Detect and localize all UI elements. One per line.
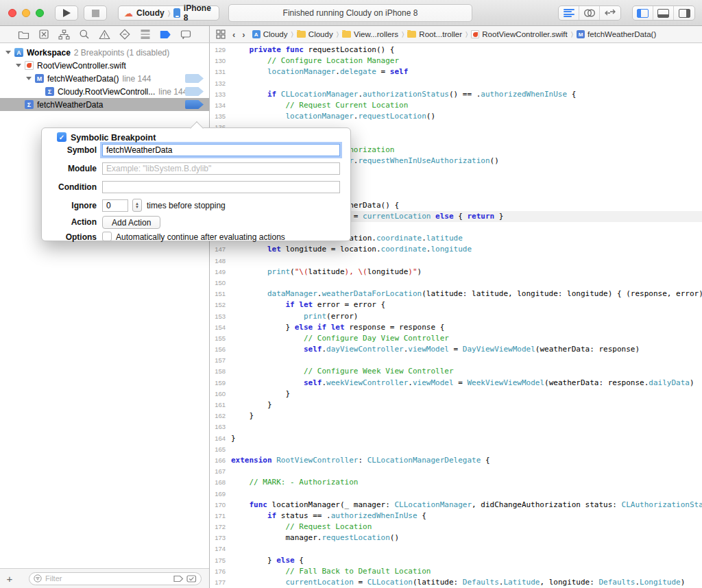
line-number[interactable]: 154 — [210, 322, 231, 333]
code-line-149[interactable]: 149 print("\(latitude), \(longitude)") — [210, 267, 702, 278]
line-number[interactable]: 160 — [210, 389, 231, 400]
line-number[interactable]: 132 — [210, 78, 231, 89]
module-input[interactable] — [102, 162, 340, 175]
breadcrumb-item[interactable]: Root...troller — [407, 30, 462, 38]
code-line-166[interactable]: 166extension RootViewController: CLLocat… — [210, 455, 702, 466]
close-window-button[interactable] — [8, 9, 16, 17]
line-number[interactable]: 169 — [210, 489, 231, 500]
code-line-129[interactable]: 129 private func requestLocation() { — [210, 45, 702, 56]
line-number[interactable]: 156 — [210, 344, 231, 355]
breakpoint-toggle-disabled[interactable] — [185, 74, 204, 83]
line-number[interactable]: 164 — [210, 433, 231, 444]
disclosure-triangle[interactable] — [16, 64, 21, 67]
filter-input[interactable] — [45, 574, 170, 583]
ignore-count-input[interactable] — [102, 199, 128, 212]
breakpoint-row[interactable]: AWorkspace2 Breakpoints (1 disabled) — [0, 46, 209, 59]
stop-button[interactable] — [84, 5, 107, 21]
breadcrumb-item[interactable]: RootViewController.swift — [471, 30, 567, 38]
zoom-window-button[interactable] — [36, 9, 44, 17]
code-line-152[interactable]: 152 if let error = error { — [210, 299, 702, 310]
code-line-131[interactable]: 131 locationManager.delegate = self — [210, 66, 702, 77]
navtab-report-navigator[interactable] — [179, 27, 193, 41]
code-line-132[interactable]: 132 — [210, 78, 702, 89]
code-line-135[interactable]: 135 locationManager.requestLocation() — [210, 111, 702, 122]
go-back-button[interactable]: ‹ — [232, 29, 235, 40]
line-number[interactable]: 176 — [210, 566, 231, 577]
navtab-debug-navigator[interactable] — [138, 27, 152, 41]
minimize-window-button[interactable] — [22, 9, 30, 17]
line-number[interactable]: 172 — [210, 522, 231, 532]
breakpoint-row[interactable]: ΣCloudy.RootViewControll...line 144 — [0, 85, 209, 98]
related-items-icon[interactable] — [216, 29, 226, 39]
line-number[interactable]: 163 — [210, 421, 231, 432]
breakpoint-toggle-disabled[interactable] — [185, 87, 204, 96]
code-line-134[interactable]: 134 // Request Current Location — [210, 100, 702, 111]
code-line-177[interactable]: 177 currentLocation = CLLocation(latitud… — [210, 577, 702, 588]
standard-editor-button[interactable] — [559, 6, 579, 20]
symbol-input[interactable] — [102, 144, 340, 156]
code-line-153[interactable]: 153 print(error) — [210, 311, 702, 322]
code-line-173[interactable]: 173 manager.requestLocation() — [210, 532, 702, 543]
code-line-148[interactable]: 148 — [210, 256, 702, 267]
add-action-button[interactable]: Add Action — [102, 216, 160, 229]
breadcrumb-item[interactable]: View...rollers — [342, 30, 398, 38]
code-line-156[interactable]: 156 self.dayViewController.viewModel = D… — [210, 344, 702, 355]
line-number[interactable]: 173 — [210, 532, 231, 543]
code-line-151[interactable]: 151 dataManager.weatherDataForLocation(l… — [210, 289, 702, 299]
show-breakpoints-filter-icon[interactable] — [173, 575, 184, 583]
navtab-test-navigator[interactable] — [118, 27, 132, 41]
navtab-project-navigator[interactable] — [16, 27, 30, 41]
condition-input[interactable] — [102, 181, 340, 193]
assistant-editor-button[interactable] — [579, 6, 600, 20]
line-number[interactable]: 151 — [210, 289, 231, 299]
line-number[interactable]: 168 — [210, 477, 231, 488]
navtab-issue-navigator[interactable] — [98, 27, 112, 41]
auto-continue-checkbox[interactable] — [102, 232, 112, 241]
breadcrumb-item[interactable]: ACloudy — [252, 30, 288, 38]
source-editor[interactable]: 129 private func requestLocation() {130 … — [210, 43, 702, 588]
line-number[interactable]: 166 — [210, 455, 231, 466]
line-number[interactable]: 155 — [210, 333, 231, 344]
code-line-159[interactable]: 159 self.weekViewController.viewModel = … — [210, 378, 702, 389]
line-number[interactable]: 152 — [210, 299, 231, 310]
code-line-172[interactable]: 172 // Request Location — [210, 522, 702, 532]
code-line-175[interactable]: 175 } else { — [210, 555, 702, 566]
ignore-stepper[interactable]: ▲▼ — [132, 199, 142, 212]
navtab-symbol-navigator[interactable] — [57, 27, 71, 41]
breakpoint-row[interactable]: RootViewController.swift — [0, 59, 209, 72]
code-line-169[interactable]: 169 — [210, 489, 702, 500]
toggle-inspector-button[interactable] — [674, 6, 694, 20]
navtab-find-navigator[interactable] — [77, 27, 91, 41]
scheme-selector[interactable]: ☁ Cloudy 〉 iPhone 8 — [118, 5, 219, 21]
code-line-164[interactable]: 164} — [210, 433, 702, 444]
code-line-147[interactable]: 147 let longitude = location.coordinate.… — [210, 244, 702, 255]
version-editor-button[interactable] — [600, 6, 620, 20]
show-enabled-breakpoints-icon[interactable] — [186, 575, 197, 583]
line-number[interactable]: 130 — [210, 56, 231, 66]
breakpoint-toggle-enabled[interactable] — [185, 100, 204, 109]
add-breakpoint-button[interactable]: + — [0, 573, 19, 585]
code-line-174[interactable]: 174 — [210, 543, 702, 554]
line-number[interactable]: 157 — [210, 355, 231, 366]
code-line-155[interactable]: 155 // Configure Day View Controller — [210, 333, 702, 344]
line-number[interactable]: 171 — [210, 511, 231, 522]
line-number[interactable]: 131 — [210, 66, 231, 77]
line-number[interactable]: 177 — [210, 577, 231, 588]
code-line-133[interactable]: 133 if CLLocationManager.authorizationSt… — [210, 89, 702, 100]
code-line-158[interactable]: 158 // Configure Week View Controller — [210, 366, 702, 377]
code-line-168[interactable]: 168 // MARK: - Authorization — [210, 477, 702, 488]
line-number[interactable]: 149 — [210, 267, 231, 278]
breadcrumb-item[interactable]: Cloudy — [297, 30, 333, 38]
navtab-source-control-navigator[interactable] — [37, 27, 51, 41]
line-number[interactable]: 134 — [210, 100, 231, 111]
go-forward-button[interactable]: › — [242, 29, 245, 40]
line-number[interactable]: 150 — [210, 278, 231, 289]
line-number[interactable]: 147 — [210, 244, 231, 255]
code-line-154[interactable]: 154 } else if let response = response { — [210, 322, 702, 333]
filter-field[interactable] — [29, 572, 202, 585]
line-number[interactable]: 129 — [210, 45, 231, 56]
line-number[interactable]: 167 — [210, 466, 231, 477]
code-line-161[interactable]: 161 } — [210, 400, 702, 411]
line-number[interactable]: 159 — [210, 378, 231, 389]
breakpoint-row[interactable]: MfetchWeatherData()line 144 — [0, 72, 209, 85]
